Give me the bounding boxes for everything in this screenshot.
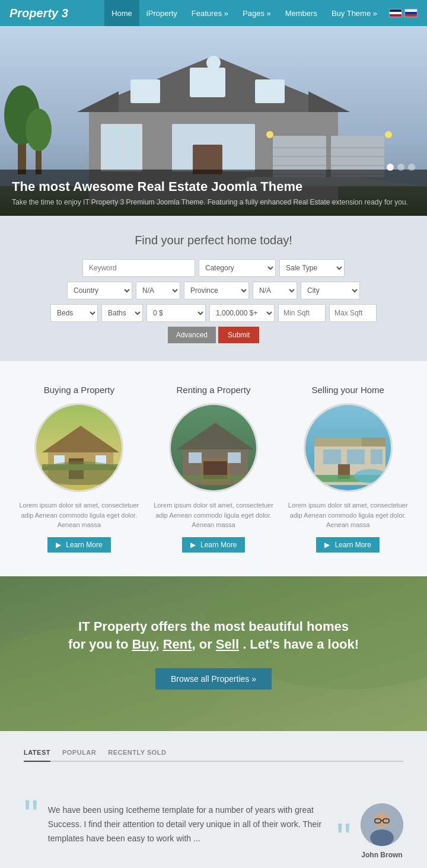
- tab-latest[interactable]: LATEST: [24, 749, 50, 762]
- svg-point-39: [39, 461, 122, 485]
- hero-dot-2[interactable]: [397, 164, 404, 171]
- nav-home[interactable]: Home: [104, 0, 139, 26]
- cta-rent: Rent: [163, 637, 192, 652]
- max-price-select[interactable]: 1,000,000 $+: [209, 304, 275, 322]
- hero-dot-3[interactable]: [408, 164, 415, 171]
- features-grid: Buying a Property: [18, 385, 409, 553]
- province-select[interactable]: Province: [184, 282, 249, 299]
- na2-select[interactable]: N/A: [253, 282, 297, 299]
- svg-rect-15: [104, 127, 122, 168]
- site-title: Property 3: [9, 7, 104, 20]
- testimonial-inner: " We have been using Icetheme template f…: [24, 803, 403, 859]
- submit-button[interactable]: Submit: [218, 327, 259, 343]
- cta-text-line2: for you to Buy, Rent, or Sell . Let's ha…: [12, 636, 415, 654]
- svg-rect-44: [189, 452, 202, 463]
- main-nav: Home iProperty Features » Pages » Member…: [104, 0, 418, 26]
- learn-label-2: Learn More: [200, 541, 237, 549]
- cta-sell: Sell: [216, 637, 239, 652]
- svg-point-58: [354, 469, 387, 483]
- feature-circle-2: [169, 403, 258, 492]
- keyword-input[interactable]: [82, 259, 195, 277]
- quote-right-icon: ": [336, 818, 351, 859]
- tab-popular[interactable]: POPULAR: [62, 749, 96, 761]
- feature-card-1: Buying a Property: [18, 385, 141, 553]
- svg-point-29: [266, 131, 273, 138]
- testimonial-text: We have been using Icetheme template for…: [48, 803, 327, 845]
- search-row-2: Country N/A Province N/A City: [24, 282, 403, 299]
- category-select[interactable]: Category: [199, 259, 276, 277]
- min-sqft-input[interactable]: [278, 304, 326, 322]
- learn-label-3: Learn More: [335, 541, 371, 549]
- sale-type-select[interactable]: Sale Type: [279, 259, 345, 277]
- feature-desc-3: Lorem ipsum dolor sit amet, consectetuer…: [286, 500, 409, 530]
- svg-rect-10: [130, 79, 160, 103]
- learn-arrow-2: ▶: [190, 541, 196, 549]
- svg-rect-12: [255, 79, 285, 103]
- hero-section: The most Awesome Real Estate Joomla Them…: [0, 26, 427, 216]
- svg-rect-53: [323, 449, 341, 464]
- learn-more-2[interactable]: ▶ Learn More: [182, 537, 246, 553]
- testimonial-author-block: John Brown: [361, 803, 403, 859]
- feature-title-1: Buying a Property: [18, 385, 141, 395]
- svg-point-5: [26, 108, 52, 151]
- svg-rect-11: [190, 68, 225, 97]
- learn-arrow-1: ▶: [56, 541, 61, 549]
- search-section: Find your perfect home today! Category S…: [0, 216, 427, 361]
- hero-overlay: The most Awesome Real Estate Joomla Them…: [0, 170, 427, 216]
- search-heading: Find your perfect home today!: [24, 234, 403, 247]
- header: Property 3 Home iProperty Features » Pag…: [0, 0, 427, 26]
- baths-select[interactable]: Baths: [101, 304, 143, 322]
- svg-point-13: [206, 56, 221, 70]
- feature-card-2: Renting a Property: [152, 385, 275, 553]
- svg-rect-48: [177, 475, 254, 482]
- browse-properties-button[interactable]: Browse all Properties »: [155, 668, 272, 690]
- cta-text-line1: IT Property offers the most beautiful ho…: [12, 618, 415, 636]
- author-name: John Brown: [361, 851, 402, 859]
- nav-members[interactable]: Members: [278, 0, 324, 26]
- na1-select[interactable]: N/A: [136, 282, 180, 299]
- hero-dot-1[interactable]: [387, 164, 394, 171]
- testimonial-section: " We have been using Icetheme template f…: [0, 797, 427, 868]
- hero-dots: [387, 164, 415, 171]
- nav-features[interactable]: Features »: [184, 0, 235, 26]
- city-select[interactable]: City: [301, 282, 360, 299]
- svg-rect-51: [314, 438, 362, 446]
- tabs-section: LATEST POPULAR RECENTLY SOLD: [0, 731, 427, 797]
- search-row-3: Beds Baths 0 $ 1,000,000 $+: [24, 304, 403, 322]
- tabs-bar: LATEST POPULAR RECENTLY SOLD: [24, 749, 403, 762]
- beds-select[interactable]: Beds: [50, 304, 98, 322]
- quote-left-icon: ": [24, 794, 39, 836]
- svg-rect-55: [371, 449, 383, 464]
- learn-more-3[interactable]: ▶ Learn More: [316, 537, 380, 553]
- feature-desc-1: Lorem ipsum dolor sit amet, consectetuer…: [18, 500, 141, 530]
- svg-point-66: [374, 812, 390, 828]
- learn-label-1: Learn More: [66, 541, 102, 549]
- svg-rect-45: [228, 452, 241, 463]
- nav-iproperty[interactable]: iProperty: [139, 0, 184, 26]
- search-buttons: Advanced Submit: [24, 327, 403, 343]
- svg-rect-54: [347, 449, 365, 464]
- svg-rect-16: [123, 127, 140, 168]
- nav-buy-theme[interactable]: Buy Theme »: [324, 0, 384, 26]
- learn-more-1[interactable]: ▶ Learn More: [47, 537, 111, 553]
- learn-arrow-3: ▶: [324, 541, 330, 549]
- flag-uk: [389, 9, 402, 17]
- min-price-select[interactable]: 0 $: [146, 304, 206, 322]
- hero-subtitle: Take the time to enjoy IT Property 3 Pre…: [12, 198, 415, 206]
- max-sqft-input[interactable]: [329, 304, 377, 322]
- flag-ru: [404, 9, 418, 17]
- feature-circle-1: [34, 403, 123, 492]
- nav-flags: [389, 9, 418, 17]
- svg-point-30: [385, 131, 392, 138]
- feature-card-3: Selling your Home: [286, 385, 409, 553]
- nav-pages[interactable]: Pages »: [235, 0, 278, 26]
- country-select[interactable]: Country: [67, 282, 132, 299]
- search-row-1: Category Sale Type: [24, 259, 403, 277]
- feature-circle-3: [304, 403, 393, 492]
- advanced-button[interactable]: Advanced: [168, 327, 216, 343]
- cta-buy: Buy: [132, 637, 155, 652]
- svg-point-65: [370, 829, 394, 846]
- feature-title-2: Renting a Property: [152, 385, 275, 395]
- features-section: Buying a Property: [0, 361, 427, 576]
- tab-recently-sold[interactable]: RECENTLY SOLD: [108, 749, 166, 761]
